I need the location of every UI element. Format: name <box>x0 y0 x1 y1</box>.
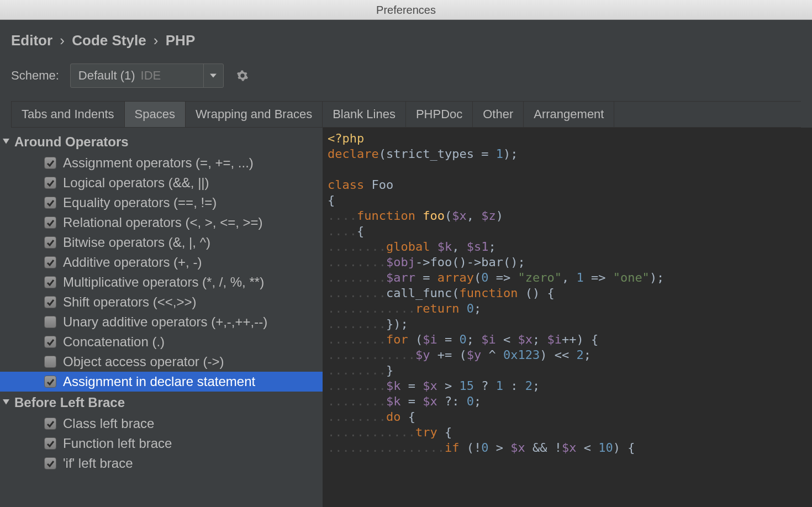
tab-spaces[interactable]: Spaces <box>125 102 186 127</box>
checkbox[interactable] <box>44 336 56 348</box>
option-class-left-brace[interactable]: Class left brace <box>0 414 323 434</box>
option-label: Additive operators (+, -) <box>63 255 202 270</box>
code-preview-pane: <?php declare(strict_types = 1); class F… <box>323 128 812 507</box>
scheme-row: Scheme: Default (1) IDE <box>0 56 812 101</box>
checkbox[interactable] <box>44 177 56 189</box>
checkbox[interactable] <box>44 216 56 229</box>
option-assignment-operators[interactable]: Assignment operators (=, +=, ...) <box>0 153 323 173</box>
code-preview: <?php declare(strict_types = 1); class F… <box>323 128 812 456</box>
section-header-before-left-brace[interactable]: Before Left Brace <box>0 392 323 414</box>
checkbox[interactable] <box>44 356 56 368</box>
scheme-caret[interactable] <box>203 64 223 87</box>
option-logical-operators[interactable]: Logical operators (&&, ||) <box>0 173 323 193</box>
scheme-select[interactable]: Default (1) IDE <box>70 64 224 88</box>
chevron-down-icon <box>210 72 217 79</box>
section-title: Around Operators <box>14 134 129 150</box>
breadcrumb-sep-1: › <box>60 32 65 49</box>
option-label: Concatenation (.) <box>63 334 165 350</box>
option--if-left-brace[interactable]: 'if' left brace <box>0 453 323 473</box>
option-label: Bitwise operators (&, |, ^) <box>63 235 210 250</box>
scheme-ide-badge: IDE <box>141 68 161 83</box>
checkbox[interactable] <box>44 197 56 209</box>
breadcrumb-php: PHP <box>166 32 195 49</box>
option-additive-operators[interactable]: Additive operators (+, -) <box>0 252 323 272</box>
tab-other[interactable]: Other <box>473 102 524 127</box>
option-object-access-operator[interactable]: Object access operator (->) <box>0 352 323 372</box>
gear-icon <box>236 70 249 82</box>
option-label: Equality operators (==, !=) <box>63 195 217 210</box>
checkbox[interactable] <box>44 276 56 288</box>
disclosure-triangle-icon <box>2 399 10 406</box>
options-pane[interactable]: Around OperatorsAssignment operators (=,… <box>0 128 323 507</box>
option-multiplicative-operators[interactable]: Multiplicative operators (*, /, %, **) <box>0 272 323 292</box>
option-equality-operators[interactable]: Equality operators (==, !=) <box>0 193 323 213</box>
checkbox[interactable] <box>44 418 56 430</box>
checkbox[interactable] <box>44 157 56 169</box>
option-concatenation[interactable]: Concatenation (.) <box>0 332 323 352</box>
checkbox[interactable] <box>44 296 56 308</box>
option-label: Object access operator (->) <box>63 354 224 369</box>
checkbox[interactable] <box>44 376 56 388</box>
option-label: 'if' left brace <box>63 456 133 471</box>
scheme-settings-button[interactable] <box>235 68 250 83</box>
breadcrumb: Editor › Code Style › PHP <box>0 20 812 56</box>
checkbox[interactable] <box>44 437 56 450</box>
tab-phpdoc[interactable]: PHPDoc <box>406 102 473 127</box>
option-label: Class left brace <box>63 416 154 431</box>
option-label: Relational operators (<, >, <=, >=) <box>63 215 263 230</box>
checkbox[interactable] <box>44 457 56 469</box>
split-pane: Around OperatorsAssignment operators (=,… <box>0 128 812 507</box>
disclosure-triangle-icon <box>2 138 10 146</box>
checkbox[interactable] <box>44 316 56 328</box>
option-label: Logical operators (&&, ||) <box>63 175 209 191</box>
scheme-label: Scheme: <box>11 68 59 83</box>
option-label: Assignment operators (=, +=, ...) <box>63 155 254 171</box>
window-title: Preferences <box>0 0 812 20</box>
option-label: Function left brace <box>63 436 172 451</box>
scheme-value-text: Default (1) <box>78 68 135 83</box>
option-label: Assignment in declare statement <box>63 374 255 389</box>
scheme-value: Default (1) IDE <box>71 68 203 83</box>
tab-tabs-and-indents[interactable]: Tabs and Indents <box>11 102 125 127</box>
tab-blank-lines[interactable]: Blank Lines <box>323 102 406 127</box>
breadcrumb-code-style[interactable]: Code Style <box>72 32 146 49</box>
preferences-body: Editor › Code Style › PHP Scheme: Defaul… <box>0 20 812 507</box>
option-label: Unary additive operators (+,-,++,--) <box>63 314 267 330</box>
option-bitwise-operators[interactable]: Bitwise operators (&, |, ^) <box>0 233 323 252</box>
tab-wrapping-and-braces[interactable]: Wrapping and Braces <box>186 102 323 127</box>
option-label: Multiplicative operators (*, /, %, **) <box>63 274 264 290</box>
section-title: Before Left Brace <box>14 395 125 410</box>
tab-arrangement[interactable]: Arrangement <box>524 102 614 127</box>
option-shift-operators[interactable]: Shift operators (<<,>>) <box>0 292 323 312</box>
breadcrumb-editor[interactable]: Editor <box>11 32 52 49</box>
section-header-around-operators[interactable]: Around Operators <box>0 131 323 153</box>
checkbox[interactable] <box>44 256 56 268</box>
checkbox[interactable] <box>44 236 56 249</box>
tabs: Tabs and IndentsSpacesWrapping and Brace… <box>11 101 801 128</box>
option-function-left-brace[interactable]: Function left brace <box>0 434 323 453</box>
option-relational-operators[interactable]: Relational operators (<, >, <=, >=) <box>0 213 323 233</box>
breadcrumb-sep-2: › <box>154 32 159 49</box>
option-label: Shift operators (<<,>>) <box>63 294 196 310</box>
option-unary-additive-operators[interactable]: Unary additive operators (+,-,++,--) <box>0 312 323 332</box>
option-assignment-in-declare-statement[interactable]: Assignment in declare statement <box>0 372 323 392</box>
